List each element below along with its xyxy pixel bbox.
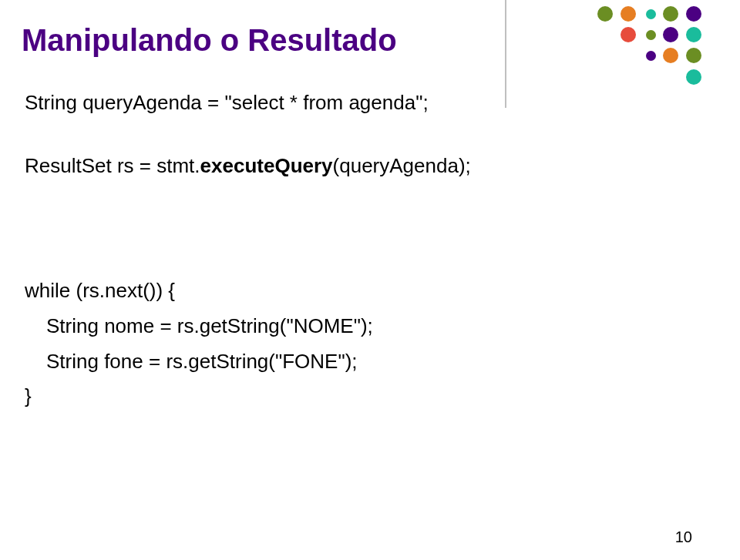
page-number: 10 <box>675 528 692 546</box>
vertical-divider <box>505 0 506 108</box>
code-line-3: while (rs.next()) { <box>25 279 175 303</box>
code-line-6: } <box>25 384 32 408</box>
code-line-2a: ResultSet rs = stmt. <box>25 154 200 177</box>
code-line-5: String fone = rs.getString("FONE"); <box>46 350 358 374</box>
code-line-1: String queryAgenda = "select * from agen… <box>25 91 429 115</box>
code-line-2b-bold: executeQuery <box>200 154 333 177</box>
code-line-2: ResultSet rs = stmt.executeQuery(queryAg… <box>25 154 471 178</box>
slide-title: Manipulando o Resultado <box>22 23 397 58</box>
code-line-2c: (queryAgenda); <box>333 154 471 177</box>
code-line-4: String nome = rs.getString("NOME"); <box>46 314 373 338</box>
decorative-dots <box>509 0 740 92</box>
